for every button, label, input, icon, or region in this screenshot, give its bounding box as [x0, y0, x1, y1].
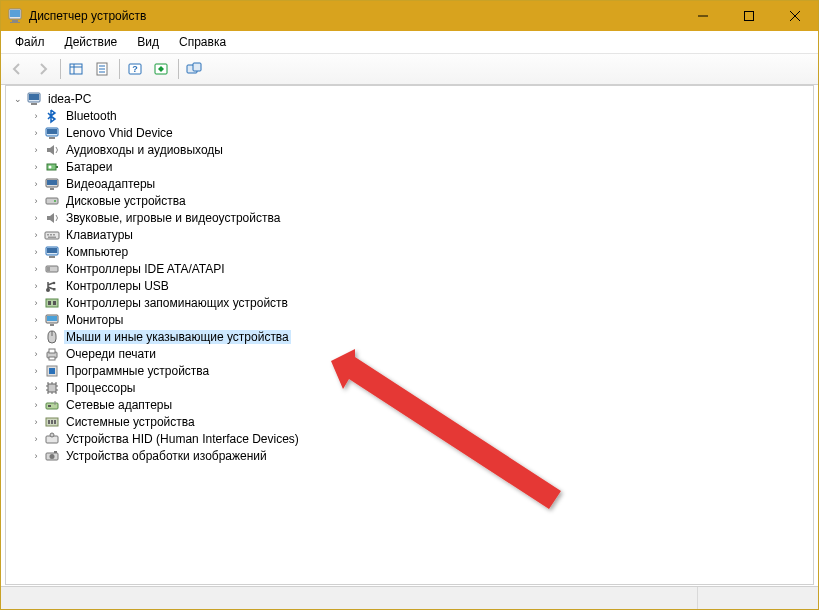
expand-icon[interactable]: ›: [28, 346, 44, 362]
tree-node-computer[interactable]: ›Компьютер: [6, 243, 813, 260]
svg-rect-43: [47, 267, 50, 271]
properties-button[interactable]: [90, 57, 114, 81]
expand-icon[interactable]: ›: [28, 159, 44, 175]
tree-node-system[interactable]: ›Системные устройства: [6, 413, 813, 430]
svg-point-28: [49, 165, 52, 168]
processors-icon: [44, 380, 60, 396]
svg-rect-27: [56, 166, 58, 168]
expand-icon[interactable]: ›: [28, 176, 44, 192]
svg-rect-35: [47, 234, 49, 236]
tree-node-storage-ctl[interactable]: ›Контроллеры запоминающих устройств: [6, 294, 813, 311]
app-icon: [7, 8, 23, 24]
svg-rect-73: [48, 420, 50, 424]
imaging-icon: [44, 448, 60, 464]
tree-node-disk[interactable]: ›Дисковые устройства: [6, 192, 813, 209]
tree-node-batteries[interactable]: ›Батареи: [6, 158, 813, 175]
expand-icon[interactable]: ›: [28, 125, 44, 141]
tree-node-label: Устройства обработки изображений: [64, 449, 269, 463]
tree-node-network[interactable]: ›Сетевые адаптеры: [6, 396, 813, 413]
back-button[interactable]: [5, 57, 29, 81]
tree-node-monitors[interactable]: ›Мониторы: [6, 311, 813, 328]
expand-icon[interactable]: ›: [28, 431, 44, 447]
show-devices-button[interactable]: [182, 57, 206, 81]
tree-node-bluetooth[interactable]: ›Bluetooth: [6, 107, 813, 124]
tree-node-processors[interactable]: ›Процессоры: [6, 379, 813, 396]
expand-icon[interactable]: ›: [28, 380, 44, 396]
expand-icon[interactable]: ›: [28, 295, 44, 311]
scan-hardware-button[interactable]: [149, 57, 173, 81]
tree-node-print-queues[interactable]: ›Очереди печати: [6, 345, 813, 362]
monitors-icon: [44, 312, 60, 328]
svg-rect-5: [745, 12, 754, 21]
svg-rect-41: [49, 256, 55, 258]
tree-node-mice[interactable]: ›Мыши и иные указывающие устройства: [6, 328, 813, 345]
tree-node-label: Мониторы: [64, 313, 125, 327]
expand-icon[interactable]: ›: [28, 312, 44, 328]
expand-icon[interactable]: ›: [28, 227, 44, 243]
svg-rect-80: [54, 451, 57, 453]
maximize-button[interactable]: [726, 1, 772, 31]
svg-text:?: ?: [132, 64, 138, 74]
software-dev-icon: [44, 363, 60, 379]
expand-icon[interactable]: ›: [28, 363, 44, 379]
menu-action[interactable]: Действие: [55, 33, 128, 51]
expand-icon[interactable]: ›: [28, 261, 44, 277]
expand-icon[interactable]: ›: [28, 244, 44, 260]
expand-icon[interactable]: ›: [28, 397, 44, 413]
tree-node-label: Клавиатуры: [64, 228, 135, 242]
tree-node-ide-atapi[interactable]: ›Контроллеры IDE ATA/ATAPI: [6, 260, 813, 277]
svg-rect-32: [46, 198, 58, 204]
tree-node-software-dev[interactable]: ›Программные устройства: [6, 362, 813, 379]
lenovo-vhid-icon: [44, 125, 60, 141]
expand-icon[interactable]: ›: [28, 329, 44, 345]
keyboards-icon: [44, 227, 60, 243]
disk-icon: [44, 193, 60, 209]
show-hidden-button[interactable]: [64, 57, 88, 81]
tree-node-label: Процессоры: [64, 381, 138, 395]
computer-icon: [44, 244, 60, 260]
menu-help[interactable]: Справка: [169, 33, 236, 51]
svg-rect-71: [48, 405, 51, 407]
forward-button[interactable]: [31, 57, 55, 81]
window-title: Диспетчер устройств: [29, 9, 146, 23]
network-icon: [44, 397, 60, 413]
expand-icon[interactable]: ›: [28, 193, 44, 209]
menu-file[interactable]: Файл: [5, 33, 55, 51]
titlebar: Диспетчер устройств: [1, 1, 818, 31]
svg-rect-46: [53, 288, 56, 291]
expand-icon[interactable]: ›: [28, 142, 44, 158]
tree-node-audio-io[interactable]: ›Аудиовходы и аудиовыходы: [6, 141, 813, 158]
usb-icon: [44, 278, 60, 294]
tree-node-sound-game[interactable]: ›Звуковые, игровые и видеоустройства: [6, 209, 813, 226]
status-cell: [698, 587, 818, 609]
close-button[interactable]: [772, 1, 818, 31]
tree-node-display[interactable]: ›Видеоадаптеры: [6, 175, 813, 192]
expand-icon[interactable]: ›: [28, 108, 44, 124]
tree-node-imaging[interactable]: ›Устройства обработки изображений: [6, 447, 813, 464]
collapse-icon[interactable]: ⌄: [10, 91, 26, 107]
tree-node-lenovo-vhid[interactable]: ›Lenovo Vhid Device: [6, 124, 813, 141]
tree-root[interactable]: ⌄ idea-PC: [6, 90, 813, 107]
expand-icon[interactable]: ›: [28, 414, 44, 430]
help-button[interactable]: ?: [123, 57, 147, 81]
svg-rect-48: [48, 301, 51, 305]
expand-icon[interactable]: ›: [28, 448, 44, 464]
tree-node-label: Батареи: [64, 160, 114, 174]
tree-node-label: Устройства HID (Human Interface Devices): [64, 432, 301, 446]
device-tree[interactable]: ⌄ idea-PC ›Bluetooth›Lenovo Vhid Device›…: [5, 85, 814, 585]
storage-ctl-icon: [44, 295, 60, 311]
tree-node-label: Контроллеры запоминающих устройств: [64, 296, 290, 310]
tree-node-hid[interactable]: ›Устройства HID (Human Interface Devices…: [6, 430, 813, 447]
expand-icon[interactable]: ›: [28, 278, 44, 294]
svg-rect-22: [31, 103, 37, 105]
menu-view[interactable]: Вид: [127, 33, 169, 51]
tree-node-keyboards[interactable]: ›Клавиатуры: [6, 226, 813, 243]
tree-node-label: Контроллеры USB: [64, 279, 171, 293]
mice-icon: [44, 329, 60, 345]
tree-node-label: Аудиовходы и аудиовыходы: [64, 143, 225, 157]
tree-node-usb[interactable]: ›Контроллеры USB: [6, 277, 813, 294]
expand-icon[interactable]: ›: [28, 210, 44, 226]
svg-rect-56: [49, 357, 55, 360]
minimize-button[interactable]: [680, 1, 726, 31]
svg-rect-25: [49, 137, 55, 139]
